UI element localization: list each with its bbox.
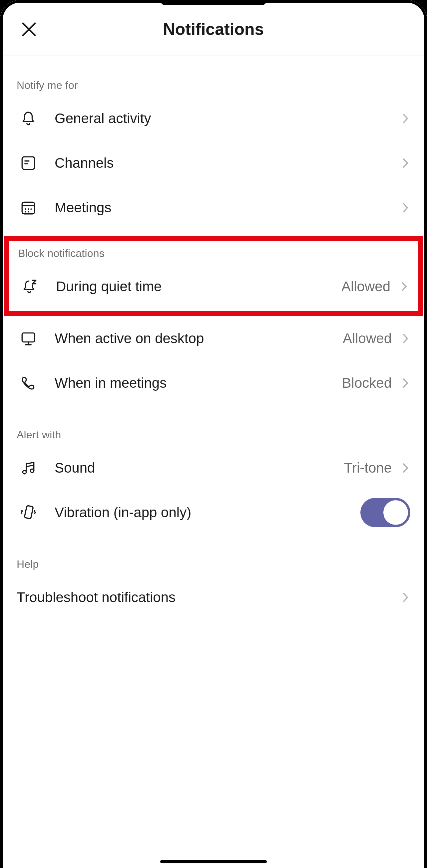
row-label: General activity xyxy=(37,111,401,126)
phone-icon xyxy=(19,374,37,392)
row-label: Channels xyxy=(37,155,401,171)
chevron-right-icon xyxy=(401,591,410,604)
row-label: Sound xyxy=(37,460,344,476)
svg-point-10 xyxy=(30,469,34,472)
row-label: During quiet time xyxy=(39,279,341,294)
row-general-activity[interactable]: General activity xyxy=(3,96,424,141)
row-troubleshoot[interactable]: Troubleshoot notifications xyxy=(3,575,424,620)
row-desktop-active[interactable]: When active on desktop Allowed xyxy=(3,316,424,361)
row-value: Tri-tone xyxy=(344,460,401,476)
chevron-right-icon xyxy=(401,156,410,170)
header-bar: Notifications xyxy=(3,3,424,56)
bell-icon xyxy=(19,110,37,127)
vibration-icon xyxy=(19,503,37,522)
close-icon xyxy=(22,22,36,37)
section-header-block: Block notifications xyxy=(9,241,418,264)
svg-rect-11 xyxy=(24,505,33,519)
phone-frame: Notifications Notify me for General acti… xyxy=(0,0,427,868)
desktop-icon xyxy=(19,330,37,347)
section-header-notify: Notify me for xyxy=(3,56,424,96)
snooze-bell-icon xyxy=(21,278,39,296)
chevron-right-icon xyxy=(400,280,409,293)
settings-screen: Notifications Notify me for General acti… xyxy=(3,3,424,868)
device-notch xyxy=(160,0,267,5)
close-button[interactable] xyxy=(21,21,37,37)
channels-icon xyxy=(19,154,37,172)
chevron-right-icon xyxy=(401,376,410,390)
vibration-toggle[interactable] xyxy=(360,498,410,527)
row-quiet-time[interactable]: During quiet time Allowed xyxy=(9,264,418,309)
chevron-right-icon xyxy=(401,332,410,345)
row-label: Troubleshoot notifications xyxy=(17,589,401,606)
svg-point-7 xyxy=(28,211,29,212)
page-title: Notifications xyxy=(163,20,264,39)
row-label: When active on desktop xyxy=(37,331,343,346)
svg-point-1 xyxy=(24,158,24,159)
svg-point-3 xyxy=(25,208,26,210)
row-value: Blocked xyxy=(342,375,401,391)
section-header-alert: Alert with xyxy=(3,405,424,446)
row-in-meetings[interactable]: When in meetings Blocked xyxy=(3,361,424,405)
section-header-help: Help xyxy=(3,535,424,575)
svg-point-5 xyxy=(30,208,32,210)
svg-point-4 xyxy=(28,208,29,210)
home-indicator[interactable] xyxy=(160,860,267,863)
row-meetings[interactable]: Meetings xyxy=(3,185,424,230)
chevron-right-icon xyxy=(401,461,410,475)
row-label: Vibration (in-app only) xyxy=(37,504,360,521)
svg-point-6 xyxy=(25,211,26,212)
row-vibration[interactable]: Vibration (in-app only) xyxy=(3,490,424,535)
row-label: Meetings xyxy=(37,200,401,216)
row-value: Allowed xyxy=(343,331,401,346)
chevron-right-icon xyxy=(401,201,410,214)
svg-point-9 xyxy=(23,470,26,474)
row-channels[interactable]: Channels xyxy=(3,141,424,185)
row-sound[interactable]: Sound Tri-tone xyxy=(3,446,424,490)
music-icon xyxy=(19,459,37,477)
chevron-right-icon xyxy=(401,112,410,125)
svg-rect-8 xyxy=(22,333,35,342)
calendar-icon xyxy=(19,199,37,217)
row-value: Allowed xyxy=(341,279,400,294)
highlight-box: Block notifications During quiet time Al… xyxy=(4,236,423,316)
row-label: When in meetings xyxy=(37,375,342,391)
